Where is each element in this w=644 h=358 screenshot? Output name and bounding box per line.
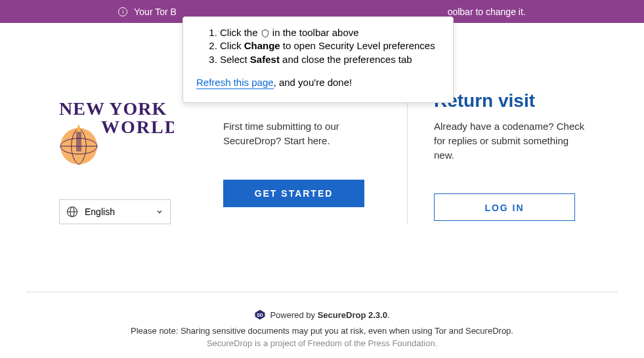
step1-text-b: in the toolbar above <box>270 27 359 38</box>
return-visit-desc: Already have a codename? Check for repli… <box>434 119 591 162</box>
info-icon: i <box>118 7 127 16</box>
step1-text-a: Click the <box>220 27 261 38</box>
instruction-step-3: Select Safest and close the preferences … <box>220 53 440 66</box>
instruction-step-1: Click the in the toolbar above <box>220 26 440 39</box>
banner-text: Your Tor B oolbar to change it. <box>134 7 525 17</box>
product-name: SecureDrop 2.3.0 <box>318 310 387 320</box>
step2-text-b: to open Security Level preferences <box>280 40 435 51</box>
refresh-tail: , and you're done! <box>274 77 353 88</box>
step2-bold: Change <box>244 40 280 51</box>
step3-text-b: and close the preferences tab <box>280 54 412 65</box>
step2-text-a: Click <box>220 40 244 51</box>
footer: SD Powered by SecureDrop 2.3.0. Please n… <box>26 292 618 348</box>
language-current: English <box>85 207 115 217</box>
securedrop-logo-icon: SD <box>254 309 266 321</box>
svg-rect-5 <box>76 132 81 151</box>
globe-icon <box>66 206 78 218</box>
svg-text:NEW YORK: NEW YORK <box>59 98 167 119</box>
svg-text:SD: SD <box>257 313 264 317</box>
footer-note: Please note: Sharing sensitive documents… <box>26 326 618 336</box>
footer-powered-row: SD Powered by SecureDrop 2.3.0. <box>26 309 618 321</box>
chevron-down-icon <box>156 208 163 216</box>
instruction-step-2: Click Change to open Security Level pref… <box>220 39 440 52</box>
shield-icon <box>261 29 270 38</box>
refresh-line: Refresh this page, and you're done! <box>196 76 440 89</box>
log-in-button[interactable]: LOG IN <box>434 193 575 221</box>
first-visit-column: First visit First time submitting to our… <box>197 90 408 224</box>
banner-text-right: oolbar to change it. <box>448 7 526 17</box>
instructions-list: Click the in the toolbar above Click Cha… <box>196 26 440 66</box>
dot: . <box>387 310 390 320</box>
return-visit-heading: Return visit <box>434 90 591 111</box>
language-selector[interactable]: English <box>59 199 171 224</box>
sidebar: NEW YORK WORLD English <box>26 56 197 224</box>
powered-by-label: Powered by <box>270 310 317 320</box>
first-visit-desc: First time submitting to our SecureDrop?… <box>223 119 381 148</box>
step3-bold: Safest <box>250 54 280 65</box>
refresh-link[interactable]: Refresh this page <box>196 77 274 89</box>
org-logo: NEW YORK WORLD <box>59 95 174 170</box>
content-columns: First visit First time submitting to our… <box>197 90 618 224</box>
return-visit-column: Return visit Already have a codename? Ch… <box>408 90 618 224</box>
footer-project: SecureDrop is a project of Freedom of th… <box>26 338 618 348</box>
powered-by-text: Powered by SecureDrop 2.3.0. <box>270 310 389 320</box>
get-started-button[interactable]: GET STARTED <box>223 180 364 207</box>
step3-text-a: Select <box>220 54 250 65</box>
banner-text-left: Your Tor B <box>134 7 177 17</box>
security-instructions-popup: Click the in the toolbar above Click Cha… <box>182 16 454 103</box>
svg-text:WORLD: WORLD <box>101 117 174 137</box>
